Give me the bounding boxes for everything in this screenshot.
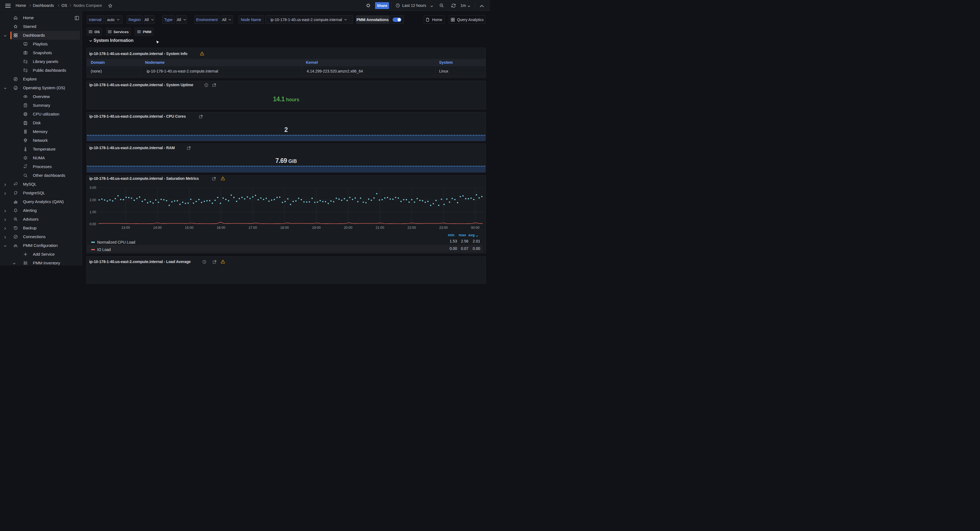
svg-text:19:00: 19:00 <box>312 226 321 230</box>
svg-text:20:00: 20:00 <box>344 226 352 230</box>
svg-text:21:00: 21:00 <box>375 226 384 230</box>
svg-text:2.00: 2.00 <box>89 198 96 202</box>
svg-text:14:00: 14:00 <box>153 226 162 230</box>
svg-text:15:00: 15:00 <box>185 226 193 230</box>
svg-text:23:00: 23:00 <box>439 226 448 230</box>
svg-text:1.00: 1.00 <box>89 210 96 214</box>
svg-text:0.00: 0.00 <box>89 222 96 226</box>
svg-text:16:00: 16:00 <box>217 226 225 230</box>
svg-text:22:00: 22:00 <box>407 226 416 230</box>
svg-text:00:00: 00:00 <box>471 226 479 230</box>
svg-text:18:00: 18:00 <box>280 226 289 230</box>
svg-text:13:00: 13:00 <box>121 226 130 230</box>
svg-text:17:00: 17:00 <box>248 226 257 230</box>
svg-text:3.00: 3.00 <box>89 186 96 190</box>
